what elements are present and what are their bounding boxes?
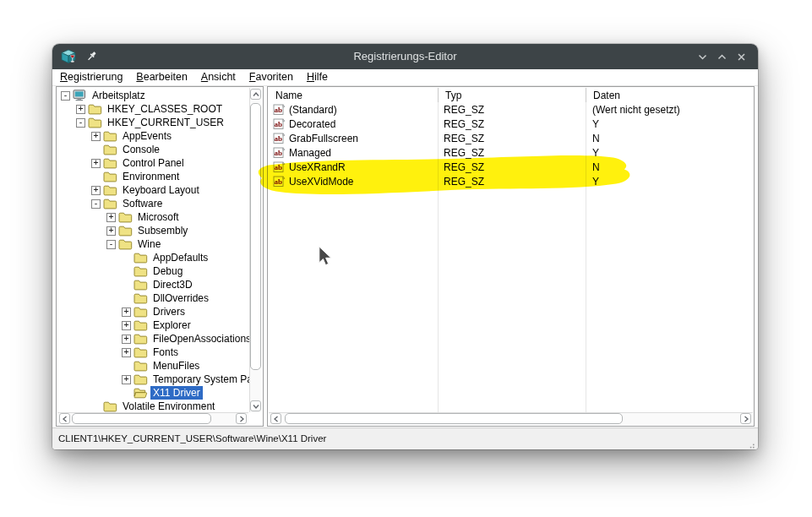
scrollbar-thumb[interactable]	[72, 413, 211, 424]
folder-icon	[118, 238, 133, 250]
column-header[interactable]: Daten	[586, 88, 753, 102]
minimize-button[interactable]	[695, 50, 709, 63]
scroll-up-button[interactable]	[250, 89, 261, 100]
tree-item-label: Console	[120, 143, 162, 156]
tree-item-label: Fonts	[150, 346, 181, 359]
tree-item-label: Debug	[150, 264, 185, 278]
tree-item[interactable]: +	[57, 373, 249, 386]
tree-item[interactable]: +	[57, 318, 249, 332]
tree-item[interactable]: +	[57, 346, 249, 359]
tree-item-icon	[73, 90, 87, 101]
menu-item[interactable]: Hilfe	[302, 69, 336, 85]
titlebar[interactable]: Registrierungs-Editor	[52, 44, 758, 69]
tree-item-label: Volatile Environment	[120, 400, 217, 412]
svg-text:ab: ab	[275, 177, 283, 186]
tree-item[interactable]: Debug	[57, 264, 249, 278]
chevron-up-icon	[253, 91, 259, 98]
registry-value-row[interactable]: ab (Standard) REG_SZ (Wert nicht gesetzt…	[269, 102, 753, 117]
tree-item-icon	[134, 252, 148, 264]
resize-grip[interactable]	[746, 438, 755, 446]
tree-horizontal-scrollbar[interactable]	[57, 412, 248, 425]
menu-item[interactable]: Favoriten	[244, 69, 302, 85]
expander-toggle[interactable]: +	[122, 321, 131, 330]
tree-item[interactable]: +	[57, 305, 249, 318]
scroll-left-button[interactable]	[59, 413, 70, 424]
computer-icon	[73, 90, 87, 101]
maximize-button[interactable]	[715, 50, 728, 63]
window-title: Registrierungs-Editor	[52, 44, 758, 69]
tree-item[interactable]: +	[57, 102, 249, 116]
expander-toggle[interactable]: +	[91, 132, 101, 141]
registry-editor-window: Registrierungs-Editor RegistrierungBearb…	[52, 44, 758, 449]
expander-toggle[interactable]: +	[76, 105, 85, 114]
chevron-up-icon	[717, 52, 728, 63]
registry-value-row[interactable]: ab UseXRandR REG_SZ N	[269, 160, 753, 174]
tree-item-icon	[134, 346, 148, 358]
string-value-icon: ab	[273, 161, 286, 173]
expander-toggle[interactable]: +	[91, 186, 101, 195]
registry-value-row[interactable]: ab Decorated REG_SZ Y	[269, 117, 753, 131]
expander-toggle[interactable]: -	[106, 240, 116, 249]
tree-item[interactable]: +	[57, 156, 249, 170]
tree-item[interactable]: +	[57, 210, 249, 224]
expander-toggle[interactable]: +	[106, 213, 116, 222]
menu-item[interactable]: Registrierung	[55, 69, 131, 85]
scroll-left-button[interactable]	[270, 413, 281, 424]
tree-item[interactable]: DllOverrides	[57, 291, 249, 305]
value-name-cell: ab (Standard)	[269, 102, 438, 117]
scroll-right-button[interactable]	[740, 413, 751, 424]
tree-item[interactable]: X11 Driver	[57, 386, 249, 400]
registry-value-row[interactable]: ab UseXVidMode REG_SZ Y	[269, 174, 753, 188]
tree-item[interactable]: Volatile Environment	[57, 400, 249, 412]
tree-item-icon	[134, 360, 148, 372]
tree-vertical-scrollbar[interactable]	[249, 88, 262, 412]
tree-item-label: Drivers	[150, 305, 188, 318]
tree-item[interactable]: Console	[57, 143, 249, 156]
open-folder-icon	[134, 387, 148, 399]
close-button[interactable]	[734, 50, 748, 63]
value-name: UseXVidMode	[289, 176, 354, 188]
tree-item[interactable]: -	[57, 237, 249, 251]
expander-toggle[interactable]: +	[91, 159, 101, 168]
menu-item[interactable]: Ansicht	[196, 69, 244, 85]
tree-item[interactable]: -	[57, 116, 249, 129]
string-value-icon: ab	[273, 133, 286, 144]
expander-toggle[interactable]: +	[122, 348, 131, 357]
column-header[interactable]: Name	[269, 88, 438, 102]
scroll-down-button[interactable]	[250, 400, 261, 411]
folder-icon	[134, 319, 148, 331]
folder-icon	[103, 184, 117, 196]
expander-toggle[interactable]: -	[91, 199, 101, 209]
list-header: NameTypDaten	[269, 88, 753, 102]
scrollbar-thumb[interactable]	[285, 413, 623, 424]
expander-toggle[interactable]: +	[122, 335, 131, 344]
tree-item[interactable]: +	[57, 224, 249, 237]
tree-item[interactable]: +	[57, 183, 249, 197]
tree-item[interactable]: MenuFiles	[57, 359, 249, 373]
menu-item[interactable]: Bearbeiten	[131, 69, 195, 85]
value-data: (Wert nicht gesetzt)	[586, 102, 753, 117]
tree-item[interactable]: +	[57, 332, 249, 346]
registry-value-row[interactable]: ab GrabFullscreen REG_SZ N	[269, 131, 753, 145]
registry-value-row[interactable]: ab Managed REG_SZ Y	[269, 145, 753, 160]
svg-text:ab: ab	[275, 106, 283, 114]
tree-item[interactable]: +	[57, 129, 249, 143]
expander-toggle[interactable]: +	[122, 307, 131, 317]
list-horizontal-scrollbar[interactable]	[269, 412, 753, 425]
scrollbar-thumb[interactable]	[250, 103, 261, 370]
tree-item-label: Microsoft	[135, 210, 182, 224]
expander-toggle[interactable]: +	[122, 375, 131, 384]
value-data: Y	[586, 174, 753, 188]
scroll-right-button[interactable]	[236, 413, 247, 424]
tree-item[interactable]: AppDefaults	[57, 251, 249, 264]
tree-item[interactable]: Direct3D	[57, 278, 249, 291]
column-header[interactable]: Typ	[438, 88, 586, 102]
tree-item[interactable]: Environment	[57, 170, 249, 183]
expander-toggle[interactable]: -	[76, 118, 85, 128]
expander-toggle[interactable]: +	[106, 226, 116, 236]
folder-icon	[103, 144, 117, 155]
tree-item[interactable]: -	[57, 89, 249, 102]
expander-toggle[interactable]: -	[61, 91, 70, 101]
selected-key-path: CLIENT1\HKEY_CURRENT_USER\Software\Wine\…	[58, 433, 326, 444]
tree-item[interactable]: -	[57, 197, 249, 210]
